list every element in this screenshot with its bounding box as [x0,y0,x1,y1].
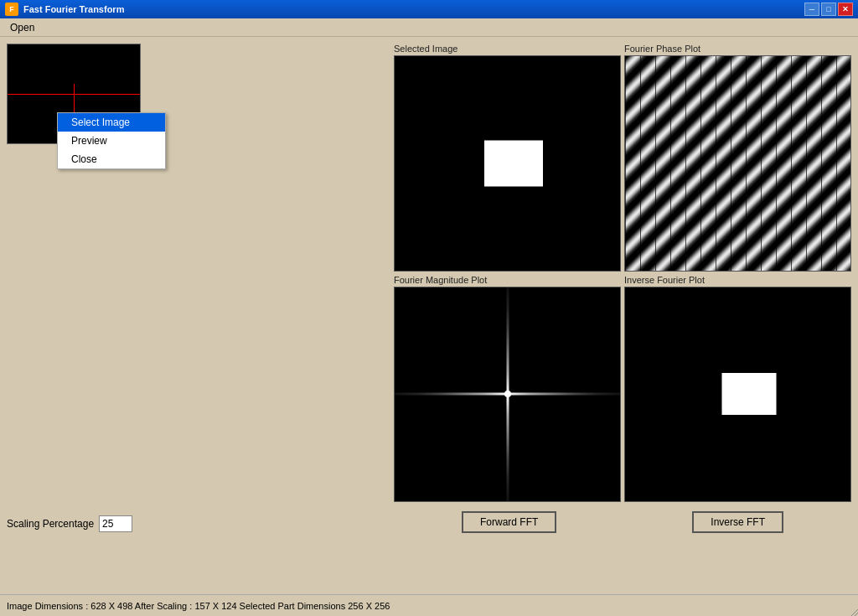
fourier-phase-label: Fourier Phase Plot [624,44,851,54]
inverse-fft-button[interactable]: Inverse FFT [692,511,783,533]
ctx-select-image[interactable]: Select Image [58,113,165,132]
inverse-fourier-rect [721,373,776,415]
svg-line-0 [851,609,858,616]
maximize-button[interactable]: □ [821,3,836,16]
fourier-phase-panel: Fourier Phase Plot [624,44,851,272]
inverse-fourier-label: Inverse Fourier Plot [624,275,851,285]
minimize-button[interactable]: ─ [804,3,819,16]
window-title: Fast Fourier Transform [23,4,804,14]
main-content: Select Image Preview Close Selected Imag… [0,37,858,569]
inverse-fourier-panel: Inverse Fourier Plot [624,275,851,503]
scaling-area: Scaling Percentage [7,515,132,532]
window-close-button[interactable]: ✕ [838,3,853,16]
ctx-preview[interactable]: Preview [58,132,165,150]
app-icon: F [5,3,18,16]
open-menu-item[interactable]: Open [3,20,41,35]
forward-fft-button[interactable]: Forward FFT [462,511,556,533]
svg-line-1 [855,613,858,616]
fourier-phase-canvas [624,55,851,272]
selected-image-panel: Selected Image [394,44,621,272]
preview-vertical-line [74,84,75,113]
panels-grid: Selected Image Fourier Phase Plot Fourie… [394,44,851,502]
title-bar: F Fast Fourier Transform ─ □ ✕ [0,0,858,18]
phase-vertical-lines [625,56,850,271]
fourier-magnitude-panel: Fourier Magnitude Plot [394,275,621,503]
fourier-magnitude-label: Fourier Magnitude Plot [394,275,621,285]
scaling-input[interactable] [99,515,132,532]
window-controls: ─ □ ✕ [804,3,853,16]
mag-center-dot [504,391,511,397]
status-bar: Image Dimensions : 628 X 498 After Scali… [0,594,858,616]
inverse-fourier-canvas [624,287,851,503]
status-text: Image Dimensions : 628 X 498 After Scali… [7,601,390,611]
bottom-buttons-area: Forward FFT Inverse FFT [394,505,851,539]
selected-image-rect [484,140,543,186]
fourier-magnitude-canvas [394,287,621,503]
selected-image-label: Selected Image [394,44,621,54]
scaling-label: Scaling Percentage [7,518,94,530]
ctx-close[interactable]: Close [58,150,165,168]
context-menu: Select Image Preview Close [57,112,166,169]
menu-bar: Open [0,18,858,37]
selected-image-canvas [394,55,621,272]
resize-grip[interactable] [845,603,858,616]
